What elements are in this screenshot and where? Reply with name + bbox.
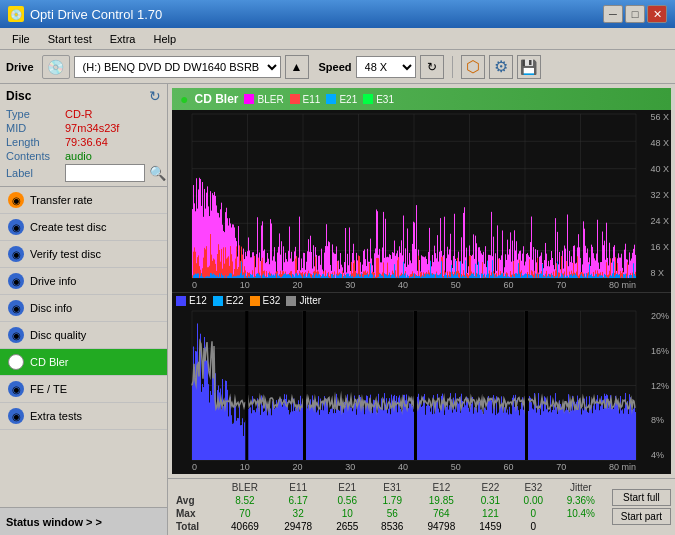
- col-header-e21: E21: [325, 481, 370, 494]
- sidebar-item-transfer-rate[interactable]: ◉ Transfer rate: [0, 187, 167, 214]
- y-label-40x: 40 X: [650, 164, 669, 174]
- legend-bler: BLER: [244, 94, 283, 105]
- row-total-e12: 94798: [415, 520, 468, 533]
- menu-file[interactable]: File: [4, 31, 38, 47]
- row-avg-e31: 1.79: [370, 494, 415, 507]
- stats-row: BLER E11 E21 E31 E12 E22 E32 Jitter Avg: [172, 481, 671, 533]
- y-label-24x: 24 X: [650, 216, 669, 226]
- row-max-jitter: 10.4%: [554, 507, 608, 520]
- sidebar-item-disc-info[interactable]: ◉ Disc info: [0, 295, 167, 322]
- refresh-button[interactable]: ↻: [420, 55, 444, 79]
- sidebar-item-cd-bler-label: CD Bler: [30, 356, 69, 368]
- drive-icon-button[interactable]: 💿: [42, 55, 70, 79]
- y-label-32x: 32 X: [650, 190, 669, 200]
- legend-e31-dot: [363, 94, 373, 104]
- cd-bler-icon: ◉: [8, 354, 24, 370]
- disc-mid-value: 97m34s23f: [65, 122, 119, 134]
- legend-e31: E31: [363, 94, 394, 105]
- save-button[interactable]: 💾: [517, 55, 541, 79]
- settings-button[interactable]: ⬡: [461, 55, 485, 79]
- row-avg-label: Avg: [172, 494, 218, 507]
- sidebar: Disc ↻ Type CD-R MID 97m34s23f Length 79…: [0, 84, 168, 535]
- top-chart-canvas: [172, 110, 671, 292]
- legend-e21: E21: [326, 94, 357, 105]
- menu-start-test[interactable]: Start test: [40, 31, 100, 47]
- disc-contents-value: audio: [65, 150, 92, 162]
- y-label-16pct: 16%: [651, 346, 669, 356]
- chart-header: ● CD Bler BLER E11 E21 E31: [172, 88, 671, 110]
- y-label-8pct: 8%: [651, 415, 669, 425]
- transfer-rate-icon: ◉: [8, 192, 24, 208]
- chart-icon: ●: [180, 91, 188, 107]
- disc-mid-row: MID 97m34s23f: [6, 122, 161, 134]
- disc-length-row: Length 79:36.64: [6, 136, 161, 148]
- row-max-bler: 70: [218, 507, 271, 520]
- col-header-e32: E32: [513, 481, 554, 494]
- create-test-disc-icon: ◉: [8, 219, 24, 235]
- disc-label-row: Label 🔍: [6, 164, 161, 182]
- sidebar-item-drive-info[interactable]: ◉ Drive info: [0, 268, 167, 295]
- col-header-e22: E22: [468, 481, 513, 494]
- disc-label-search-icon[interactable]: 🔍: [149, 165, 166, 181]
- legend-bler-dot: [244, 94, 254, 104]
- stats-buttons: Start full Start part: [612, 489, 671, 525]
- info-button[interactable]: ⚙: [489, 55, 513, 79]
- legend-e21-label: E21: [339, 94, 357, 105]
- row-avg-e22: 0.31: [468, 494, 513, 507]
- col-header-e11: E11: [272, 481, 325, 494]
- legend-e11-dot: [290, 94, 300, 104]
- disc-refresh-icon[interactable]: ↻: [149, 88, 161, 104]
- disc-type-row: Type CD-R: [6, 108, 161, 120]
- bottom-legend: E12 E22 E32 Jitter: [176, 295, 321, 306]
- sidebar-item-extra-tests[interactable]: ◉ Extra tests: [0, 403, 167, 430]
- toolbar: Drive 💿 (H:) BENQ DVD DD DW1640 BSRB ▲ S…: [0, 50, 675, 84]
- legend-bler-label: BLER: [257, 94, 283, 105]
- menu-help[interactable]: Help: [145, 31, 184, 47]
- col-header-bler: BLER: [218, 481, 271, 494]
- sidebar-item-cd-bler[interactable]: ◉ CD Bler: [0, 349, 167, 376]
- nav-items: ◉ Transfer rate ◉ Create test disc ◉ Ver…: [0, 187, 167, 507]
- drive-selector[interactable]: (H:) BENQ DVD DD DW1640 BSRB: [74, 56, 281, 78]
- chart-container: ● CD Bler BLER E11 E21 E31: [172, 88, 671, 474]
- y-label-8x: 8 X: [650, 268, 669, 278]
- status-window-label: Status window > >: [6, 516, 102, 528]
- eject-button[interactable]: ▲: [285, 55, 309, 79]
- minimize-button[interactable]: ─: [603, 5, 623, 23]
- legend-e22: E22: [213, 295, 244, 306]
- sidebar-item-create-test-disc-label: Create test disc: [30, 221, 106, 233]
- menu-extra[interactable]: Extra: [102, 31, 144, 47]
- disc-quality-icon: ◉: [8, 327, 24, 343]
- disc-contents-row: Contents audio: [6, 150, 161, 162]
- row-avg-e11: 6.17: [272, 494, 325, 507]
- legend-e32-label: E32: [263, 295, 281, 306]
- sidebar-item-disc-quality-label: Disc quality: [30, 329, 86, 341]
- close-button[interactable]: ✕: [647, 5, 667, 23]
- sidebar-item-disc-quality[interactable]: ◉ Disc quality: [0, 322, 167, 349]
- sidebar-item-fe-te[interactable]: ◉ FE / TE: [0, 376, 167, 403]
- row-total-e21: 2655: [325, 520, 370, 533]
- legend-jitter: Jitter: [286, 295, 321, 306]
- maximize-button[interactable]: □: [625, 5, 645, 23]
- legend-e21-dot: [326, 94, 336, 104]
- legend-e32-dot: [250, 296, 260, 306]
- legend-e31-label: E31: [376, 94, 394, 105]
- start-part-button[interactable]: Start part: [612, 508, 671, 525]
- start-full-button[interactable]: Start full: [612, 489, 671, 506]
- status-window[interactable]: Status window > >: [0, 507, 167, 535]
- sidebar-item-create-test-disc[interactable]: ◉ Create test disc: [0, 214, 167, 241]
- disc-label-input[interactable]: [65, 164, 145, 182]
- bottom-chart-canvas: [172, 293, 671, 474]
- legend-e32: E32: [250, 295, 281, 306]
- sidebar-item-verify-test-disc[interactable]: ◉ Verify test disc: [0, 241, 167, 268]
- disc-label-key: Label: [6, 167, 61, 179]
- speed-selector[interactable]: 48 X: [356, 56, 416, 78]
- legend-e22-label: E22: [226, 295, 244, 306]
- legend-e11: E11: [290, 94, 321, 105]
- chart-title: CD Bler: [194, 92, 238, 106]
- app-icon: 💿: [8, 6, 24, 22]
- col-header-empty: [172, 481, 218, 494]
- row-max-label: Max: [172, 507, 218, 520]
- legend-e22-dot: [213, 296, 223, 306]
- row-max-e12: 764: [415, 507, 468, 520]
- sidebar-item-transfer-rate-label: Transfer rate: [30, 194, 93, 206]
